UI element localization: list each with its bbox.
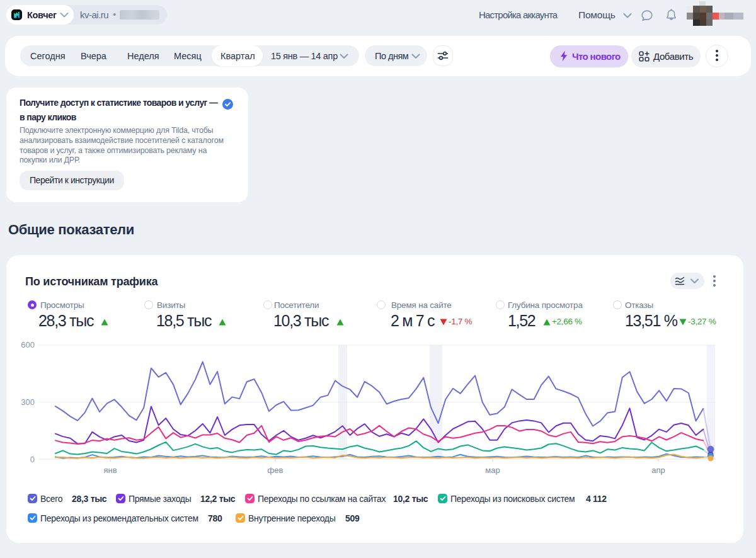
svg-text:апр: апр: [651, 465, 665, 475]
svg-text:мар: мар: [485, 465, 500, 475]
svg-text:300: 300: [21, 397, 35, 407]
svg-text:600: 600: [21, 340, 35, 350]
svg-text:фев: фев: [268, 465, 284, 475]
svg-text:янв: янв: [103, 465, 117, 475]
svg-text:0: 0: [30, 455, 35, 464]
